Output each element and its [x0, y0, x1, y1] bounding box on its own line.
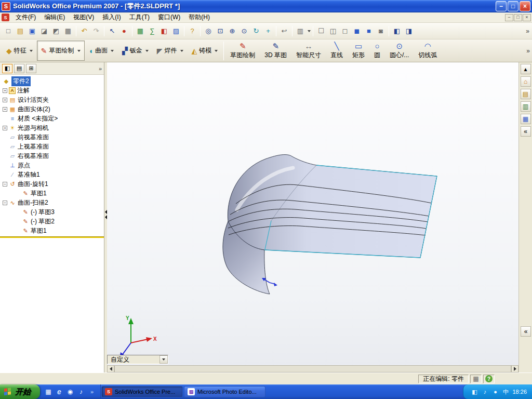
dropdown-caret-icon[interactable] [145, 50, 149, 52]
tree-item[interactable]: ⊥ 原点 [0, 161, 104, 170]
rotate-view-button[interactable]: ↻ [250, 25, 262, 37]
network-tray-icon[interactable]: ◧ [471, 389, 478, 395]
collapse-pane-button-2[interactable]: « [521, 326, 531, 337]
texture-button[interactable]: ▨ [170, 25, 182, 37]
graphics-viewport[interactable]: Y X Z 自定义 [107, 62, 518, 373]
horizontal-scrollbar[interactable] [107, 365, 518, 373]
undo-button[interactable]: ↶ [78, 25, 90, 37]
messenger-icon[interactable]: ♪ [76, 387, 86, 396]
tree-item[interactable]: ✎ 草图1 [0, 189, 104, 198]
line-tool-button[interactable]: ╲ 直线 [326, 41, 348, 61]
menu-view[interactable]: 视图(V) [69, 12, 98, 23]
mdi-minimize-button[interactable]: − [505, 14, 513, 21]
tree-item[interactable]: − ↺ 曲面-旋转1 [0, 179, 104, 189]
menu-edit[interactable]: 编辑(E) [40, 12, 69, 23]
tree-item[interactable]: ✎ (-) 草图2 [0, 217, 104, 226]
smart-dimension-button[interactable]: ↔ 智能尺寸 [291, 41, 326, 61]
redo-button[interactable]: ↷ [90, 25, 102, 37]
scroll-up-button[interactable]: ▴ [521, 64, 531, 74]
tree-item[interactable]: ✎ 草图1 [0, 226, 104, 235]
taskbar-task-solidworks[interactable]: S SolidWorks Office Pre... [101, 386, 183, 397]
minimize-button[interactable]: − [496, 1, 507, 11]
select-button[interactable]: ↖ [107, 25, 118, 37]
dropdown-caret-icon[interactable] [77, 50, 81, 52]
open-button[interactable]: ▤ [15, 25, 26, 37]
tree-item[interactable]: − ∿ 曲面-扫描2 [0, 198, 104, 207]
pan-button[interactable]: + [262, 25, 274, 37]
scroll-left-button[interactable] [107, 365, 114, 373]
input-method-tray-icon[interactable]: 中 [502, 388, 509, 396]
tree-item[interactable]: ▱ 右视基准面 [0, 151, 104, 161]
rectangle-tool-button[interactable]: ▭ 矩形 [348, 41, 369, 61]
tree-item[interactable]: ▱ 上视基准面 [0, 142, 104, 151]
panel-overflow-button[interactable]: » [99, 65, 102, 72]
show-desktop-icon[interactable]: ▦ [44, 387, 53, 396]
zoom-fit-button[interactable]: ◎ [203, 25, 214, 37]
view-orientation-button[interactable]: ◨ [403, 25, 415, 37]
design-table-button[interactable]: ▦ [135, 25, 146, 37]
tab-sketch[interactable]: ✎ 草图绘制 [37, 41, 85, 61]
help-button[interactable]: ? [187, 25, 198, 37]
quick-launch-overflow-button[interactable]: » [87, 387, 97, 396]
configurationmanager-tab[interactable]: ⊞ [26, 64, 36, 73]
menu-file[interactable]: 文件(F) [11, 12, 40, 23]
standard-views-button[interactable]: ▥ [295, 25, 306, 37]
dropdown-caret-icon[interactable] [180, 50, 183, 52]
tree-item[interactable]: ∕ 基准轴1 [0, 170, 104, 179]
tree-item[interactable]: + ▦ 曲面实体(2) [0, 104, 104, 114]
menu-help[interactable]: 帮助(H) [184, 12, 214, 23]
tree-root-item[interactable]: ◆ 零件2 [0, 76, 104, 86]
standard-views-caret-icon[interactable] [308, 30, 311, 32]
taskbar-task-photo-editor[interactable]: ▨ Microsoft Photo Edito... [184, 386, 265, 397]
tree-item[interactable]: + A 注解 [0, 86, 104, 95]
expand-toggle[interactable]: + [3, 107, 7, 112]
wireframe-button[interactable]: ☐ [315, 25, 327, 37]
menu-tools[interactable]: 工具(T) [125, 12, 154, 23]
tree-item[interactable]: + ☀ 光源与相机 [0, 123, 104, 132]
dropdown-caret-icon[interactable] [30, 50, 33, 52]
zoom-selection-button[interactable]: ⊙ [238, 25, 250, 37]
model-canvas[interactable] [107, 62, 518, 365]
expand-toggle[interactable]: + [3, 126, 7, 130]
centerpoint-arc-button[interactable]: ⊙ 圆心/... [385, 41, 414, 61]
home-icon[interactable]: ⌂ [521, 76, 531, 87]
propertymanager-tab[interactable]: ▤ [14, 64, 24, 73]
tree-item[interactable]: + ▤ 设计活页夹 [0, 95, 104, 104]
file-explorer-icon[interactable]: ▥ [521, 101, 531, 112]
menu-insert[interactable]: 插入(I) [98, 12, 125, 23]
start-button[interactable]: 开始 [0, 384, 40, 399]
sketch-tool-button[interactable]: ✎ 草图绘制 [225, 41, 260, 61]
antivirus-tray-icon[interactable]: ● [491, 389, 499, 395]
make-drawing-button[interactable]: ◪ [38, 25, 50, 37]
rebuild-button[interactable]: ● [118, 25, 130, 37]
featuremanager-tab[interactable]: ◧ [2, 64, 12, 73]
tab-surfaces[interactable]: ◖ 曲面 [85, 41, 118, 61]
tab-weldments[interactable]: ◤ 焊件 [153, 41, 188, 61]
tree-item[interactable]: ✎ (-) 草图3 [0, 207, 104, 217]
expand-toggle[interactable]: − [3, 201, 7, 205]
mdi-restore-button[interactable]: □ [514, 14, 522, 21]
question-icon[interactable]: ? [485, 375, 493, 382]
scrollbar-thumb[interactable] [114, 365, 511, 373]
rollback-bar[interactable] [0, 236, 104, 238]
quick-tips-cell[interactable]: ? [483, 375, 495, 383]
sketch-3d-tool-button[interactable]: ✎ 3D 草图 [260, 41, 291, 61]
equations-button[interactable]: ∑ [147, 25, 158, 37]
toolbar-overflow-button[interactable]: » [526, 28, 529, 35]
tree-item[interactable]: ▱ 前视基准面 [0, 132, 104, 142]
clock[interactable]: 18:26 [512, 389, 527, 395]
shadows-button[interactable]: ◙ [375, 25, 387, 37]
zoom-area-button[interactable]: ⊡ [215, 25, 226, 37]
zoom-in-out-button[interactable]: ⊕ [227, 25, 238, 37]
expand-toggle[interactable]: − [3, 182, 7, 187]
maximize-button[interactable]: □ [508, 1, 518, 11]
hidden-lines-visible-button[interactable]: ◫ [327, 25, 339, 37]
scroll-right-button[interactable] [511, 365, 518, 373]
close-button[interactable]: × [520, 1, 530, 11]
shaded-button[interactable]: ■ [363, 25, 375, 37]
tab-mold-tools[interactable]: ◭ 铸模 [188, 41, 222, 61]
design-library-icon[interactable]: ▤ [521, 89, 531, 99]
internet-explorer-icon[interactable]: e [55, 387, 64, 396]
combo-dropdown-button[interactable] [159, 355, 168, 364]
menu-window[interactable]: 窗口(W) [154, 12, 184, 23]
